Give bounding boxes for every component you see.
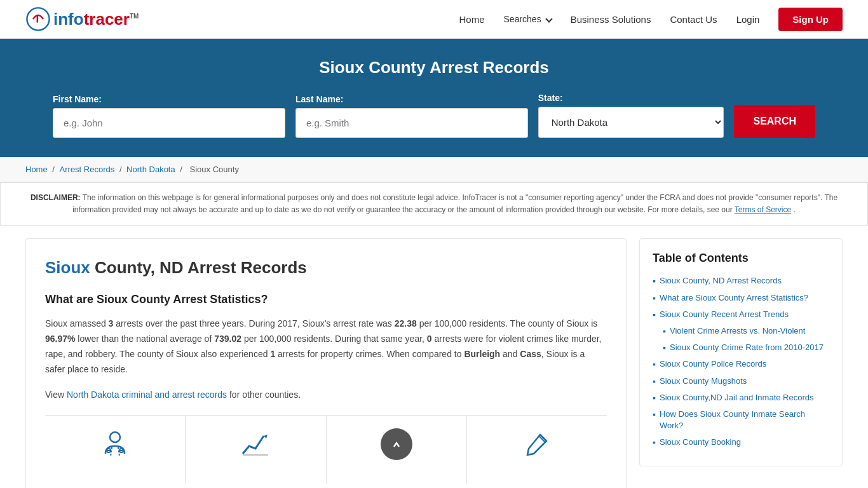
disclaimer-period: . (794, 205, 796, 214)
logo[interactable]: infotracerTM (25, 6, 139, 32)
disclaimer-text: The information on this webpage is for g… (72, 193, 837, 214)
state-group: State: AlabamaAlaskaArizonaArkansasCalif… (538, 93, 724, 138)
stat-trend (186, 416, 326, 484)
p2-after: for other counties. (227, 390, 301, 400)
logo-tracer: tracer (84, 10, 130, 29)
toc-item: Sioux County Crime Rate from 2010-2017 (663, 342, 829, 353)
toc-heading: Table of Contents (653, 252, 829, 265)
content-area: Sioux County, ND Arrest Records What are… (25, 238, 627, 488)
nav-business-solutions[interactable]: Business Solutions (571, 14, 651, 25)
trend-icon (240, 428, 271, 466)
arrest-icon (99, 428, 131, 466)
content-title-blue: Sioux (45, 258, 90, 277)
hero-section: Sioux County Arrest Records First Name: … (0, 39, 868, 157)
main-nav: Home Searches Business Solutions Contact… (459, 8, 843, 31)
p1-national: 739.02 (214, 334, 241, 344)
breadcrumb: Home / Arrest Records / North Dakota / S… (0, 157, 868, 182)
p1-end3: arrests for property crimes. When compar… (275, 349, 464, 359)
last-name-input[interactable] (295, 108, 528, 138)
logo-tm: TM (130, 13, 139, 20)
scroll-icon (381, 428, 412, 460)
toc-link[interactable]: Violent Crime Arrests vs. Non-Violent (670, 325, 805, 337)
state-label: State: (538, 93, 724, 103)
header: infotracerTM Home Searches Business Solu… (0, 0, 868, 39)
toc-item: Sioux County Recent Arrest Trends (653, 309, 829, 320)
section1-heading: What are Sioux County Arrest Statistics? (45, 293, 607, 306)
toc-item: Sioux County,ND Jail and Inmate Records (653, 392, 829, 403)
search-form: First Name: Last Name: State: AlabamaAla… (53, 93, 815, 138)
content-title: Sioux County, ND Arrest Records (45, 258, 607, 278)
svg-point-2 (110, 432, 120, 442)
toc-link[interactable]: Sioux County, ND Arrest Records (660, 275, 782, 287)
search-button[interactable]: SEARCH (734, 105, 815, 138)
nav-login[interactable]: Login (736, 14, 760, 25)
toc-link[interactable]: Sioux County,ND Jail and Inmate Records (660, 392, 814, 403)
p2-before: View (45, 390, 67, 400)
toc-link[interactable]: Sioux County Police Records (660, 358, 766, 370)
stat-scroll (327, 416, 467, 484)
disclaimer-bar: DISCLAIMER: The information on this webp… (0, 182, 868, 226)
p1-pct: 96.97% (45, 334, 75, 344)
toc-item: Sioux County Police Records (653, 358, 829, 370)
p1-burleigh: Burleigh (464, 349, 500, 359)
chevron-down-icon (545, 15, 552, 22)
toc-link[interactable]: Sioux County Mugshots (660, 376, 747, 387)
toc-item: How Does Sioux County Inmate Search Work… (653, 409, 829, 431)
toc-link[interactable]: How Does Sioux County Inmate Search Work… (660, 409, 829, 431)
nd-records-link[interactable]: North Dakota criminal and arrest records (67, 390, 227, 400)
toc-item: Sioux County, ND Arrest Records (653, 275, 829, 287)
breadcrumb-sep3: / (180, 165, 184, 174)
svg-rect-1 (37, 15, 38, 22)
toc-link[interactable]: Sioux County Crime Rate from 2010-2017 (670, 342, 824, 353)
hero-title: Sioux County Arrest Records (25, 58, 843, 78)
stats-row (45, 415, 607, 484)
p1-middle3: lower than the national average of (75, 334, 214, 344)
toc-box: Table of Contents Sioux County, ND Arres… (639, 238, 843, 466)
breadcrumb-north-dakota[interactable]: North Dakota (126, 165, 175, 174)
first-name-input[interactable] (53, 108, 285, 138)
logo-text: infotracerTM (53, 10, 139, 29)
sidebar: Table of Contents Sioux County, ND Arres… (639, 238, 843, 488)
last-name-label: Last Name: (295, 94, 528, 104)
toc-link[interactable]: What are Sioux County Arrest Statistics? (660, 292, 808, 304)
toc-link[interactable]: Sioux County Booking (660, 437, 741, 448)
disclaimer-label: DISCLAIMER: (31, 193, 81, 202)
breadcrumb-sioux-county: Sioux County (190, 165, 239, 174)
nav-home[interactable]: Home (459, 14, 485, 25)
p1-middle2: per 100,000 residents. The county of Sio… (417, 318, 598, 329)
p1-middle: arrests over the past three years. Durin… (113, 318, 394, 329)
p1-before: Sioux amassed (45, 318, 109, 329)
p1-rate: 22.38 (395, 318, 417, 329)
first-name-label: First Name: (53, 94, 285, 104)
pencil-icon (521, 428, 553, 466)
toc-list: Sioux County, ND Arrest RecordsWhat are … (653, 275, 829, 448)
nav-contact-us[interactable]: Contact Us (670, 14, 717, 25)
signup-button[interactable]: Sign Up (778, 8, 843, 31)
toc-link[interactable]: Sioux County Recent Arrest Trends (660, 309, 789, 320)
breadcrumb-home[interactable]: Home (25, 165, 48, 174)
state-select[interactable]: AlabamaAlaskaArizonaArkansasCaliforniaCo… (538, 107, 724, 138)
content-title-rest: County, ND Arrest Records (90, 258, 307, 277)
p1-cass: Cass (520, 349, 541, 359)
toc-item: What are Sioux County Arrest Statistics? (653, 292, 829, 304)
section1-paragraph1: Sioux amassed 3 arrests over the past th… (45, 316, 607, 377)
breadcrumb-sep1: / (52, 165, 57, 174)
p1-and: and (500, 349, 520, 359)
toc-item: Violent Crime Arrests vs. Non-Violent (663, 325, 829, 337)
toc-item: Sioux County Booking (653, 437, 829, 448)
stat-arrest (45, 416, 186, 484)
p1-property: 1 (270, 349, 275, 359)
breadcrumb-sep2: / (119, 165, 124, 174)
stat-pencil (467, 416, 607, 484)
toc-item: Sioux County Mugshots (653, 376, 829, 387)
p1-end: per 100,000 residents. During that same … (241, 334, 427, 344)
p1-violent: 0 (427, 334, 432, 344)
last-name-group: Last Name: (295, 94, 528, 138)
nav-searches[interactable]: Searches (504, 14, 552, 24)
logo-icon (25, 6, 51, 32)
section1-paragraph2: View North Dakota criminal and arrest re… (45, 388, 607, 403)
first-name-group: First Name: (53, 94, 285, 138)
tos-link[interactable]: Terms of Service (735, 205, 791, 214)
breadcrumb-arrest-records[interactable]: Arrest Records (60, 165, 115, 174)
main-content: Sioux County, ND Arrest Records What are… (0, 226, 868, 488)
